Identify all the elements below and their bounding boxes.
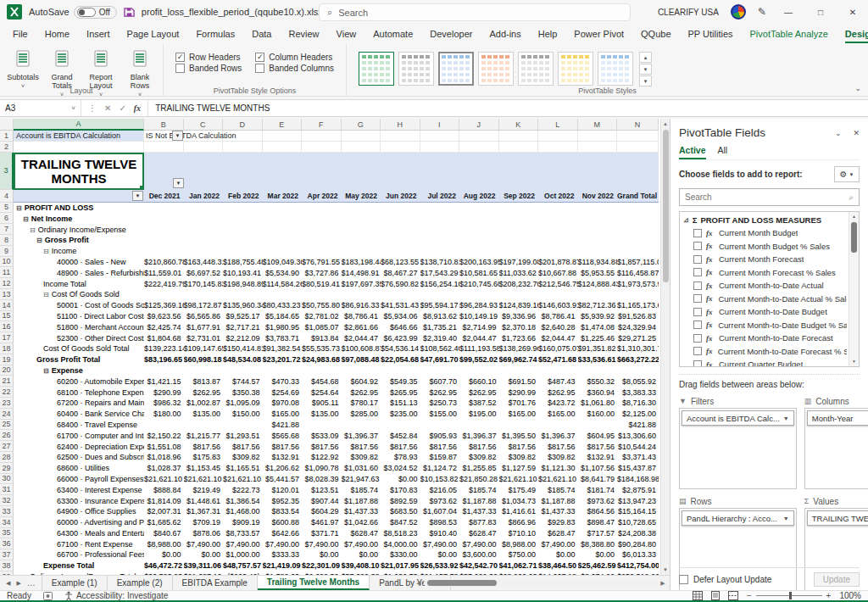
column-header-E[interactable]: E: [263, 119, 303, 131]
cell[interactable]: $290.99: [499, 387, 539, 398]
cell[interactable]: $878.06: [184, 528, 224, 539]
cell[interactable]: $9,525.17: [223, 311, 263, 322]
cell[interactable]: $14,498.91: [342, 267, 381, 278]
cell[interactable]: $0.00: [381, 474, 420, 485]
month-header[interactable]: Nov 2022: [578, 190, 618, 203]
column-header-B[interactable]: B: [144, 119, 184, 131]
cell[interactable]: $744.57: [223, 376, 263, 387]
cell[interactable]: $2,425.74: [144, 321, 184, 332]
cell[interactable]: [342, 224, 381, 235]
cell[interactable]: $6,423.99: [381, 332, 420, 343]
cell[interactable]: $254.69: [263, 387, 303, 398]
cell[interactable]: $139,223.14: [144, 343, 184, 354]
field-item[interactable]: fxCurrent Month Budget % Sales: [683, 240, 847, 254]
row-number[interactable]: 21: [0, 376, 14, 387]
maximize-button[interactable]: □: [810, 8, 831, 17]
cell[interactable]: $550.32: [578, 376, 618, 387]
column-header-L[interactable]: L: [538, 119, 578, 131]
cell[interactable]: $371.71: [302, 528, 342, 539]
row-number[interactable]: 9: [0, 246, 14, 257]
field-checkbox[interactable]: [693, 347, 702, 355]
cell[interactable]: $2,861.66: [342, 321, 381, 332]
cell[interactable]: $0.00: [538, 549, 578, 560]
cell[interactable]: [459, 246, 499, 257]
cell[interactable]: $1,165.51: [223, 463, 263, 474]
cell[interactable]: $1,215.77: [184, 430, 224, 441]
style-option-column-headers[interactable]: ✓Column Headers: [255, 53, 334, 62]
cell[interactable]: $1,735.21: [420, 321, 460, 332]
field-item[interactable]: fxCurrent Month Budget: [683, 226, 847, 240]
cell[interactable]: [223, 235, 263, 246]
horizontal-scrollbar[interactable]: ◀ ▶: [414, 578, 668, 588]
ribbon-tab-help[interactable]: Help: [531, 26, 565, 42]
cell[interactable]: $840.67: [144, 528, 184, 539]
cell[interactable]: $309.82: [538, 452, 578, 463]
hscroll-right-icon[interactable]: ▶: [658, 580, 668, 587]
cell[interactable]: $170.83: [381, 484, 420, 495]
cell[interactable]: [263, 142, 303, 153]
cell[interactable]: $309.82: [459, 452, 499, 463]
cell[interactable]: [578, 213, 618, 224]
field-list-scrollbar[interactable]: ▲ ▼: [849, 212, 859, 366]
style-option-banded-columns[interactable]: Banded Columns: [255, 64, 334, 73]
chip-dropdown-icon[interactable]: ▼: [780, 516, 789, 521]
cell[interactable]: $817.56: [538, 441, 578, 452]
cell[interactable]: $817.56: [499, 441, 539, 452]
cell[interactable]: $11,559.01: [144, 267, 184, 278]
month-header[interactable]: Jul 2022: [420, 190, 460, 203]
row-label[interactable]: 52300 · Other Direct Costs: [14, 332, 144, 343]
row-number[interactable]: 37: [0, 549, 14, 560]
cell[interactable]: $219.49: [184, 484, 224, 495]
cell[interactable]: [578, 203, 618, 214]
row-label[interactable]: 68100 · Telephone Expense: [14, 387, 144, 398]
cell[interactable]: $1,028.37: [144, 463, 184, 474]
cell[interactable]: [381, 224, 420, 235]
cell[interactable]: $905.93: [420, 430, 460, 441]
cell[interactable]: [14, 142, 144, 153]
row-label[interactable]: ⊟Income: [14, 246, 144, 257]
cell[interactable]: $847.52: [381, 517, 420, 528]
cell[interactable]: [302, 420, 342, 431]
cell[interactable]: $8,913.62: [420, 311, 460, 322]
cell[interactable]: $1,448.61: [184, 495, 224, 506]
cell[interactable]: $201,878.87: [538, 257, 578, 268]
cell[interactable]: [302, 131, 342, 142]
cell[interactable]: $1,255.85: [459, 463, 499, 474]
cell[interactable]: $2,640.28: [538, 321, 578, 332]
cell[interactable]: $26,533.92: [420, 560, 460, 571]
month-header[interactable]: Jan 2022: [184, 190, 224, 203]
row-label[interactable]: ⊟Gross Profit: [14, 235, 144, 246]
cell[interactable]: $132.91: [578, 452, 618, 463]
cell[interactable]: $817.56: [263, 441, 303, 452]
cell[interactable]: [459, 142, 499, 153]
row-number[interactable]: 6: [0, 213, 14, 224]
cell[interactable]: [223, 289, 263, 300]
cell[interactable]: $151.13: [381, 398, 420, 409]
cell[interactable]: $898.53: [420, 517, 460, 528]
cell[interactable]: $817.56: [223, 441, 263, 452]
cell[interactable]: $604.95: [578, 430, 618, 441]
cell[interactable]: $160.00: [578, 409, 618, 420]
cell[interactable]: $8,055.92: [617, 376, 659, 387]
cell[interactable]: [144, 246, 184, 257]
cell[interactable]: $165.00: [538, 409, 578, 420]
cell[interactable]: $55,535.73: [302, 343, 342, 354]
cell[interactable]: [302, 289, 342, 300]
sheet-nav-more-icon[interactable]: …: [27, 578, 36, 588]
ribbon-tab-design[interactable]: Design: [837, 26, 868, 42]
cell[interactable]: $909.19: [223, 517, 263, 528]
row-label[interactable]: ⊟Expense: [14, 365, 144, 376]
cell[interactable]: $250.73: [420, 398, 460, 409]
cell[interactable]: $1,127.59: [499, 463, 539, 474]
row-number[interactable]: 12: [0, 278, 14, 289]
month-header[interactable]: Jun 2022: [381, 190, 420, 203]
page-layout-view-icon[interactable]: [710, 591, 721, 600]
row-label[interactable]: 64300 · Meals and Entertainment: [14, 528, 144, 539]
cell[interactable]: $628.47: [342, 528, 381, 539]
row-number[interactable]: 28: [0, 452, 14, 463]
cell[interactable]: $1,018.96: [144, 452, 184, 463]
cell[interactable]: $454.68: [302, 376, 342, 387]
cell[interactable]: $10,581.65: [459, 267, 499, 278]
cell[interactable]: $387.52: [459, 398, 499, 409]
cell[interactable]: [144, 365, 184, 376]
